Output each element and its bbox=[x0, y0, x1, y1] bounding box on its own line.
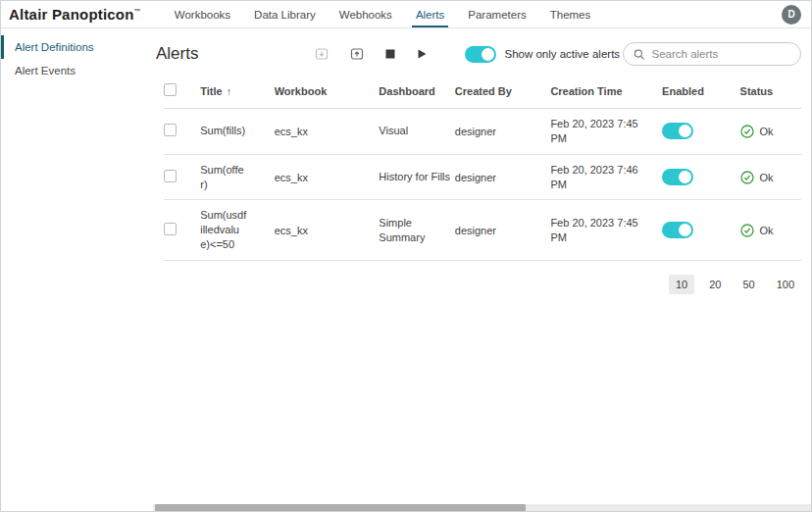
row-checkbox[interactable] bbox=[164, 124, 177, 136]
status-badge: Ok bbox=[740, 171, 797, 184]
alert-title: Sum(offer) bbox=[200, 163, 247, 192]
search-icon bbox=[634, 48, 645, 61]
toggle-knob bbox=[679, 171, 691, 183]
alert-created-by: designer bbox=[455, 154, 551, 200]
app-logo-text: Altair Panopticon bbox=[9, 6, 134, 23]
column-header-dashboard[interactable]: Dashboard bbox=[379, 76, 454, 109]
app-window: Altair Panopticon™ Workbooks Data Librar… bbox=[0, 0, 812, 512]
toggle-label: Show only active alerts bbox=[504, 48, 620, 60]
alert-enabled-toggle[interactable] bbox=[662, 222, 693, 238]
tab-webhooks[interactable]: Webhooks bbox=[328, 1, 404, 27]
status-text: Ok bbox=[760, 126, 774, 137]
status-badge: Ok bbox=[740, 224, 797, 237]
status-text: Ok bbox=[760, 172, 774, 183]
search-input[interactable] bbox=[652, 48, 791, 60]
import-alerts-button[interactable] bbox=[314, 46, 330, 62]
show-active-alerts-toggle[interactable] bbox=[465, 46, 496, 63]
horizontal-scrollbar-thumb[interactable] bbox=[155, 504, 526, 511]
page-size-option-10[interactable]: 10 bbox=[669, 275, 694, 294]
column-header-created-by[interactable]: Created By bbox=[455, 76, 551, 109]
column-header-title[interactable]: Title↑ bbox=[200, 76, 274, 109]
alert-workbook: ecs_kx bbox=[275, 200, 380, 261]
row-checkbox[interactable] bbox=[164, 170, 177, 182]
sort-asc-icon: ↑ bbox=[227, 85, 232, 97]
toggle-knob bbox=[679, 125, 691, 137]
play-icon bbox=[416, 48, 428, 60]
alert-created-by: designer bbox=[455, 109, 551, 155]
page-title: Alerts bbox=[156, 44, 198, 64]
table-row: Sum(offer) ecs_kx History for Fills desi… bbox=[164, 154, 801, 200]
column-header-creation-time[interactable]: Creation Time bbox=[550, 76, 662, 109]
alert-creation-time: Feb 20, 2023 7:46 PM bbox=[550, 163, 650, 192]
alert-enabled-toggle[interactable] bbox=[662, 123, 693, 139]
page-size-option-100[interactable]: 100 bbox=[770, 275, 801, 294]
alert-workbook: ecs_kx bbox=[275, 154, 380, 200]
alert-dashboard: Visual bbox=[379, 124, 450, 138]
column-header-workbook[interactable]: Workbook bbox=[275, 76, 380, 109]
column-header-status[interactable]: Status bbox=[740, 76, 801, 109]
page-size-selector: 10 20 50 100 bbox=[156, 275, 801, 294]
tab-alerts[interactable]: Alerts bbox=[404, 1, 456, 27]
alert-dashboard: Simple Summary bbox=[379, 216, 450, 245]
select-all-checkbox[interactable] bbox=[164, 83, 177, 96]
alert-workbook: ecs_kx bbox=[275, 109, 380, 155]
table-header-row: Title↑ Workbook Dashboard Created By Cre… bbox=[164, 76, 801, 109]
search-box bbox=[623, 42, 801, 66]
column-header-enabled[interactable]: Enabled bbox=[662, 76, 739, 109]
top-nav: Altair Panopticon™ Workbooks Data Librar… bbox=[1, 1, 811, 28]
alert-enabled-toggle[interactable] bbox=[662, 169, 693, 185]
tab-themes[interactable]: Themes bbox=[538, 1, 603, 27]
stop-alerts-button[interactable] bbox=[384, 48, 396, 60]
table-row: Sum(usdfilledvalue)<=50 ecs_kx Simple Su… bbox=[164, 200, 801, 261]
alert-creation-time: Feb 20, 2023 7:45 PM bbox=[550, 216, 650, 245]
status-ok-icon bbox=[740, 171, 754, 184]
toggle-knob bbox=[482, 48, 494, 61]
alerts-panel: Alerts bbox=[153, 28, 811, 505]
table-row: Sum(fills) ecs_kx Visual designer Feb 20… bbox=[164, 109, 801, 155]
sidebar-item-alert-definitions[interactable]: Alert Definitions bbox=[1, 35, 153, 59]
main-nav: Workbooks Data Library Webhooks Alerts P… bbox=[163, 1, 602, 27]
horizontal-scrollbar[interactable] bbox=[153, 504, 811, 511]
import-icon bbox=[314, 46, 330, 62]
sidebar: Alert Definitions Alert Events bbox=[1, 28, 153, 505]
toggle-knob bbox=[679, 224, 691, 236]
status-badge: Ok bbox=[740, 125, 797, 138]
export-alerts-button[interactable] bbox=[349, 46, 365, 62]
status-ok-icon bbox=[740, 224, 754, 237]
page-size-option-50[interactable]: 50 bbox=[736, 275, 761, 294]
start-alerts-button[interactable] bbox=[416, 48, 428, 60]
stop-icon bbox=[384, 48, 396, 60]
alert-title: Sum(fills) bbox=[200, 124, 247, 138]
status-ok-icon bbox=[740, 125, 754, 138]
trademark-symbol: ™ bbox=[134, 8, 141, 15]
tab-data-library[interactable]: Data Library bbox=[242, 1, 328, 27]
sidebar-item-alert-events[interactable]: Alert Events bbox=[1, 59, 153, 82]
export-icon bbox=[349, 46, 365, 62]
alert-title: Sum(usdfilledvalue)<=50 bbox=[200, 208, 247, 252]
app-logo: Altair Panopticon™ bbox=[9, 6, 141, 23]
tab-workbooks[interactable]: Workbooks bbox=[163, 1, 242, 27]
toolbar-actions bbox=[314, 46, 428, 62]
alert-creation-time: Feb 20, 2023 7:45 PM bbox=[550, 117, 650, 146]
alert-dashboard: History for Fills bbox=[379, 170, 450, 184]
page-size-option-20[interactable]: 20 bbox=[702, 275, 728, 294]
active-alerts-filter: Show only active alerts bbox=[465, 46, 620, 63]
alerts-table: Title↑ Workbook Dashboard Created By Cre… bbox=[164, 76, 801, 261]
user-avatar[interactable]: D bbox=[782, 5, 801, 25]
row-checkbox[interactable] bbox=[164, 223, 177, 235]
alerts-toolbar: Alerts bbox=[156, 28, 801, 76]
alert-created-by: designer bbox=[455, 200, 551, 261]
status-text: Ok bbox=[760, 225, 774, 236]
tab-parameters[interactable]: Parameters bbox=[456, 1, 537, 27]
